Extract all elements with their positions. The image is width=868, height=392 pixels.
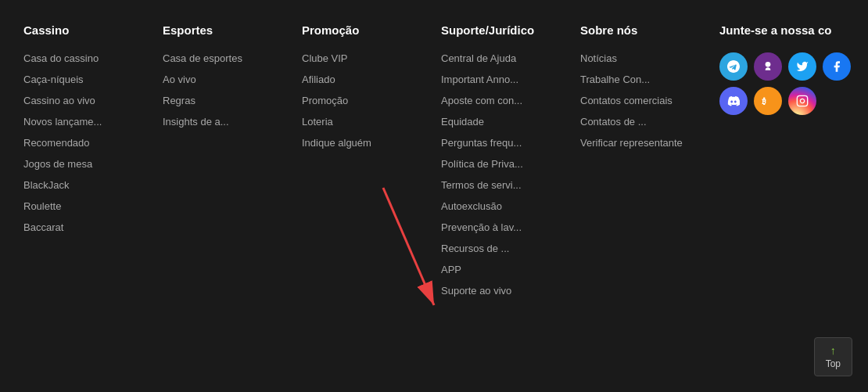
link-afiliado[interactable]: Afiliado bbox=[302, 74, 433, 85]
column-esportes: EsportesCasa de esportesAo vivoRegrasIns… bbox=[163, 23, 294, 306]
link-recursos-de----[interactable]: Recursos de ... bbox=[441, 243, 572, 254]
link-cassino-ao-vivo[interactable]: Cassino ao vivo bbox=[23, 95, 155, 106]
social-grid: ₿ bbox=[719, 52, 845, 115]
link-insights-de-a---[interactable]: Insights de a... bbox=[163, 116, 294, 128]
top-button-label: Top bbox=[826, 358, 841, 369]
link-autoexclus-o[interactable]: Autoexclusão bbox=[441, 200, 572, 212]
link-important-anno---[interactable]: Important Anno... bbox=[441, 74, 572, 85]
link-regras[interactable]: Regras bbox=[163, 95, 294, 106]
link-roulette[interactable]: Roulette bbox=[23, 200, 155, 212]
link-app[interactable]: APP bbox=[441, 264, 572, 275]
top-arrow-icon: ↑ bbox=[830, 344, 836, 357]
svg-rect-3 bbox=[797, 95, 807, 106]
social-twitter-button[interactable] bbox=[788, 52, 816, 81]
column-suporte: Suporte/JurídicoCentral de AjudaImportan… bbox=[441, 23, 572, 306]
link-clube-vip[interactable]: Clube VIP bbox=[302, 52, 433, 64]
column-sobre-nos: Sobre nósNotíciasTrabalhe Con...Contatos… bbox=[580, 23, 712, 306]
link-central-de-ajuda[interactable]: Central de Ajuda bbox=[441, 52, 572, 64]
link-trabalhe-con---[interactable]: Trabalhe Con... bbox=[580, 74, 712, 85]
social-telegram-button[interactable] bbox=[719, 52, 748, 81]
link-preven--o---lav---[interactable]: Prevenção à lav... bbox=[441, 221, 572, 233]
column-promocao-heading: Promoção bbox=[302, 23, 433, 37]
footer: CassinoCasa do cassinoCaça-níqueisCassin… bbox=[0, 0, 868, 322]
link-contatos-comerciais[interactable]: Contatos comerciais bbox=[580, 95, 712, 106]
link-verificar-representante[interactable]: Verificar representante bbox=[580, 137, 712, 149]
social-discord-button[interactable] bbox=[719, 87, 748, 115]
link-termos-de-servi---[interactable]: Termos de servi... bbox=[441, 179, 572, 191]
column-cassino-heading: Cassino bbox=[23, 23, 155, 37]
link-ca-a-n-queis[interactable]: Caça-níqueis bbox=[23, 74, 155, 85]
link-promo--o[interactable]: Promoção bbox=[302, 95, 433, 106]
link-blackjack[interactable]: BlackJack bbox=[23, 179, 155, 191]
link-pol-tica-de-priva---[interactable]: Política de Priva... bbox=[441, 158, 572, 170]
social-facebook-button[interactable] bbox=[823, 52, 851, 81]
link-casa-de-esportes[interactable]: Casa de esportes bbox=[163, 52, 294, 64]
column-cassino: CassinoCasa do cassinoCaça-níqueisCassin… bbox=[23, 23, 155, 306]
column-suporte-heading: Suporte/Jurídico bbox=[441, 23, 572, 37]
svg-text:₿: ₿ bbox=[762, 96, 766, 106]
column-social: Junte-se a nossa co₿ bbox=[719, 23, 845, 306]
link-aposte-com-con---[interactable]: Aposte com con... bbox=[441, 95, 572, 106]
link-jogos-de-mesa[interactable]: Jogos de mesa bbox=[23, 158, 155, 170]
social-github-button[interactable] bbox=[754, 52, 782, 81]
social-heading: Junte-se a nossa co bbox=[719, 23, 845, 37]
link-loteria[interactable]: Loteria bbox=[302, 116, 433, 128]
link-suporte-ao-vivo[interactable]: Suporte ao vivo bbox=[441, 285, 572, 297]
link-ao-vivo[interactable]: Ao vivo bbox=[163, 74, 294, 85]
link-contatos-de----[interactable]: Contatos de ... bbox=[580, 116, 712, 128]
column-promocao: PromoçãoClube VIPAfiliadoPromoçãoLoteria… bbox=[302, 23, 433, 306]
link-equidade[interactable]: Equidade bbox=[441, 116, 572, 128]
social-instagram-button[interactable] bbox=[788, 87, 816, 115]
column-sobre-nos-heading: Sobre nós bbox=[580, 23, 712, 37]
link-perguntas-frequ---[interactable]: Perguntas frequ... bbox=[441, 137, 572, 149]
link-casa-do-cassino[interactable]: Casa do cassino bbox=[23, 52, 155, 64]
column-esportes-heading: Esportes bbox=[163, 23, 294, 37]
link-not-cias[interactable]: Notícias bbox=[580, 52, 712, 64]
top-button[interactable]: ↑ Top bbox=[814, 337, 852, 376]
social-bitcoin-button[interactable]: ₿ bbox=[754, 87, 782, 115]
svg-point-1 bbox=[766, 62, 771, 67]
link-baccarat[interactable]: Baccarat bbox=[23, 221, 155, 233]
link-recomendado[interactable]: Recomendado bbox=[23, 137, 155, 149]
link-novos-lan-ame---[interactable]: Novos lançame... bbox=[23, 116, 155, 128]
link-indique-algu-m[interactable]: Indique alguém bbox=[302, 137, 433, 149]
